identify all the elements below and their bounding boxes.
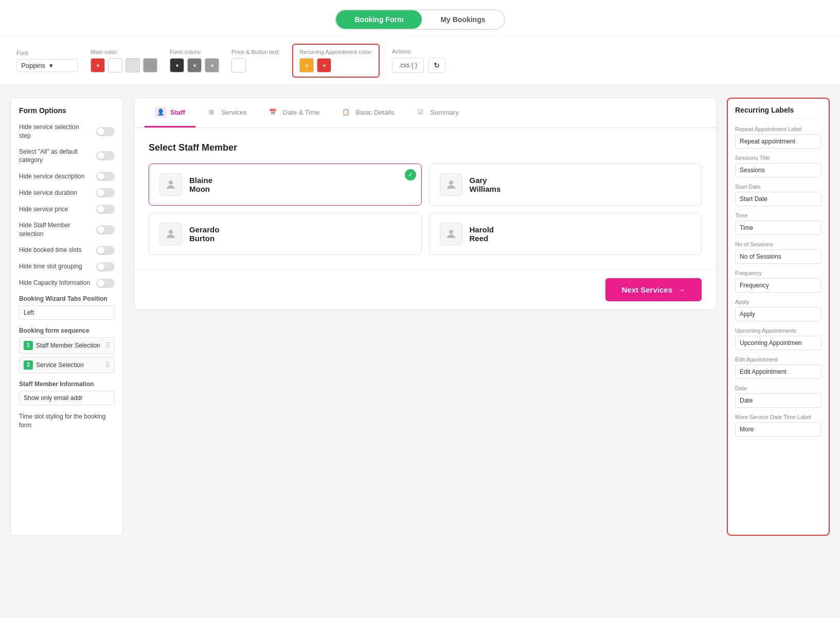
field-time-input[interactable] — [735, 221, 821, 235]
recurring-color-group: Recurring Appointment color: ▾ ▾ — [292, 44, 380, 78]
booking-wizard: 👤 Staff ⊞ Services 📅 Date & Time 📋 Basic… — [134, 98, 717, 310]
document-icon: 📋 — [340, 106, 351, 118]
form-color-btn-dark[interactable]: ▾ — [170, 58, 184, 72]
toggle-hide-service-price[interactable] — [96, 205, 115, 214]
main-color-swatch-white[interactable] — [108, 58, 122, 72]
staff-card-harold[interactable]: Harold Reed — [429, 213, 702, 255]
staff-info-wrapper: Show only email addr Show full info — [19, 391, 115, 405]
option-label: Select "All" as default category — [19, 148, 96, 165]
main-layout: Form Options Hide service selection step… — [0, 85, 840, 548]
price-button-group: Price & Button text: — [231, 49, 280, 72]
tab-datetime[interactable]: 📅 Date & Time — [257, 98, 330, 128]
field-date-input[interactable] — [735, 393, 821, 408]
toggle-hide-capacity[interactable] — [96, 279, 115, 288]
seq-label-2: Service Selection — [36, 361, 102, 369]
staff-card-gary[interactable]: Gary Williams — [429, 163, 702, 206]
field-repeat: Repeat Appointment Label — [735, 126, 821, 149]
staff-card-blaine[interactable]: Blaine Moon ✓ — [149, 163, 422, 206]
option-hide-capacity: Hide Capacity Information — [19, 279, 115, 288]
wizard-tabs-pos-wrapper: Left Top Right — [19, 305, 115, 320]
next-services-button[interactable]: Next Services → — [605, 278, 702, 301]
css-button[interactable]: .css { } — [392, 58, 424, 73]
field-repeat-input[interactable] — [735, 134, 821, 149]
main-color-btn-red[interactable]: ▾ — [91, 58, 105, 72]
refresh-button[interactable]: ↻ — [428, 58, 445, 73]
tab-booking-form[interactable]: Booking Form — [336, 10, 422, 29]
field-edit: Edit Appointment — [735, 356, 821, 379]
wizard-tabs-pos-select[interactable]: Left Top Right — [19, 305, 115, 320]
wizard-content: Select Staff Member Blaine Moon ✓ — [134, 128, 716, 269]
field-apply-input[interactable] — [735, 307, 821, 321]
field-time-label: Time — [735, 212, 821, 219]
option-hide-time-slot-grouping: Hide time slot grouping — [19, 262, 115, 271]
recurring-labels-title: Recurring Labels — [735, 106, 821, 119]
form-color-btn-gray[interactable]: ▾ — [187, 58, 202, 72]
field-start-date-input[interactable] — [735, 192, 821, 206]
recurring-color-controls: ▾ ▾ — [299, 58, 372, 72]
field-frequency-input[interactable] — [735, 278, 821, 293]
toggle-hide-time-slot-grouping[interactable] — [96, 262, 115, 271]
field-edit-input[interactable] — [735, 365, 821, 379]
font-group: Font: Poppins ▾ — [16, 50, 78, 72]
tab-basic[interactable]: 📋 Basic Details — [330, 98, 404, 128]
field-start-date-label: Start Date — [735, 184, 821, 190]
toggle-hide-staff-selection[interactable] — [96, 225, 115, 234]
field-apply-label: Apply — [735, 299, 821, 305]
option-label: Hide time slot grouping — [19, 262, 96, 271]
seq-drag-1[interactable]: ⠿ — [105, 341, 110, 350]
sequence-item-1: 1 Staff Member Selection ⠿ — [19, 337, 115, 354]
actions-controls: .css { } ↻ — [392, 58, 445, 73]
top-navigation: Booking Form My Bookings — [0, 0, 840, 37]
recurring-color-btn-orange[interactable]: ▾ — [299, 58, 314, 72]
seq-drag-2[interactable]: ⠿ — [105, 361, 110, 369]
seq-num-1: 1 — [24, 341, 33, 350]
option-hide-service-selection: Hide service selection step — [19, 123, 115, 140]
tab-datetime-label: Date & Time — [283, 108, 320, 116]
tab-my-bookings[interactable]: My Bookings — [422, 10, 504, 29]
toggle-hide-service-duration[interactable] — [96, 188, 115, 197]
actions-group: Actions: .css { } ↻ — [392, 48, 445, 73]
recurring-color-label: Recurring Appointment color: — [299, 49, 372, 55]
section-title: Select Staff Member — [149, 142, 702, 153]
svg-point-1 — [449, 180, 453, 185]
main-color-swatch-gray[interactable] — [143, 58, 157, 72]
staff-name-gary: Gary Williams — [470, 176, 501, 193]
field-apply: Apply — [735, 299, 821, 321]
option-label: Hide service price — [19, 205, 96, 214]
field-no-sessions-input[interactable] — [735, 249, 821, 264]
staff-name-harold: Harold Reed — [470, 225, 494, 243]
toggle-select-all-default[interactable] — [96, 151, 115, 160]
tab-summary[interactable]: ☑ Summary — [404, 98, 469, 128]
tab-staff[interactable]: 👤 Staff — [145, 98, 195, 128]
timeslot-label: Time slot styling for the booking form — [19, 412, 115, 430]
field-more-input[interactable] — [735, 422, 821, 437]
staff-avatar-gerardo — [159, 223, 182, 245]
main-color-swatch-light[interactable] — [126, 58, 140, 72]
svg-point-0 — [169, 180, 173, 185]
field-sessions-input[interactable] — [735, 163, 821, 177]
field-time: Time — [735, 212, 821, 235]
recurring-color-btn-red[interactable]: ▾ — [317, 58, 331, 72]
staff-info-select[interactable]: Show only email addr Show full info — [19, 391, 115, 405]
price-button-controls — [231, 58, 280, 72]
form-colors-controls: ▾ ▾ ▾ — [170, 58, 219, 72]
form-colors-label: Form colors: — [170, 49, 219, 55]
font-selector[interactable]: Poppins ▾ — [16, 59, 78, 72]
tab-summary-label: Summary — [430, 108, 459, 116]
option-hide-service-price: Hide service price — [19, 205, 115, 214]
form-color-btn-light[interactable]: ▾ — [205, 58, 219, 72]
option-label: Hide Capacity Information — [19, 279, 96, 287]
check-badge-blaine: ✓ — [405, 169, 416, 180]
field-upcoming-label: Upcoming Appointments — [735, 328, 821, 334]
toggle-hide-service-selection[interactable] — [96, 127, 115, 136]
tab-services[interactable]: ⊞ Services — [195, 98, 257, 128]
staff-info-label: Staff Member Information — [19, 380, 115, 388]
right-sidebar: Recurring Labels Repeat Appointment Labe… — [727, 98, 830, 536]
toggle-hide-service-desc[interactable] — [96, 172, 115, 181]
tab-staff-label: Staff — [170, 108, 185, 116]
field-upcoming-input[interactable] — [735, 336, 821, 350]
toggle-hide-booked-time[interactable] — [96, 246, 115, 255]
sequence-item-2: 2 Service Selection ⠿ — [19, 357, 115, 373]
price-button-swatch[interactable] — [231, 58, 246, 72]
staff-card-gerardo[interactable]: Gerardo Burton — [149, 213, 422, 255]
